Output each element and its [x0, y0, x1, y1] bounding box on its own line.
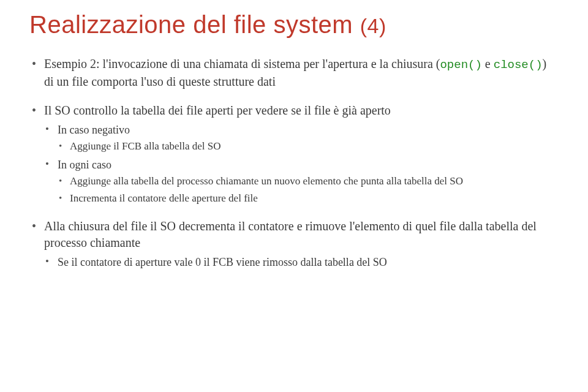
text-fragment: Il SO controllo la tabella dei file aper…: [44, 104, 391, 117]
list-item: In ogni caso Aggiunge alla tabella del p…: [44, 157, 559, 206]
text-fragment: In ogni caso: [58, 159, 111, 171]
text-fragment: In caso negativo: [58, 124, 130, 136]
list-item: Esempio 2: l'invocazione di una chiamata…: [29, 56, 559, 90]
code-close: close(): [494, 58, 543, 72]
text-fragment: Aggiunge alla tabella del processo chiam…: [70, 175, 463, 187]
title-suffix: (4): [360, 14, 386, 37]
list-item: Il SO controllo la tabella dei file aper…: [29, 102, 559, 206]
text-fragment: Incrementa il contatore delle aperture d…: [70, 192, 258, 204]
slide-title: Realizzazione del file system (4): [29, 11, 559, 39]
list-item: Se il contatore di aperture vale 0 il FC…: [44, 255, 559, 270]
list-item: Incrementa il contatore delle aperture d…: [58, 192, 559, 206]
list-item: Alla chiusura del file il SO decrementa …: [29, 218, 559, 270]
text-fragment: e: [482, 57, 494, 70]
bullet-list: Esempio 2: l'invocazione di una chiamata…: [29, 56, 559, 270]
list-item: In caso negativo Aggiunge il FCB alla ta…: [44, 123, 559, 154]
list-item: Aggiunge alla tabella del processo chiam…: [58, 175, 559, 189]
list-item: Aggiunge il FCB alla tabella del SO: [58, 140, 559, 154]
code-open: open(): [440, 58, 481, 72]
title-main: Realizzazione del file system: [29, 11, 360, 38]
text-fragment: Se il contatore di aperture vale 0 il FC…: [58, 256, 387, 268]
text-fragment: Esempio 2: l'invocazione di una chiamata…: [44, 57, 440, 70]
text-fragment: Aggiunge il FCB alla tabella del SO: [70, 140, 221, 152]
text-fragment: Alla chiusura del file il SO decrementa …: [44, 219, 537, 249]
